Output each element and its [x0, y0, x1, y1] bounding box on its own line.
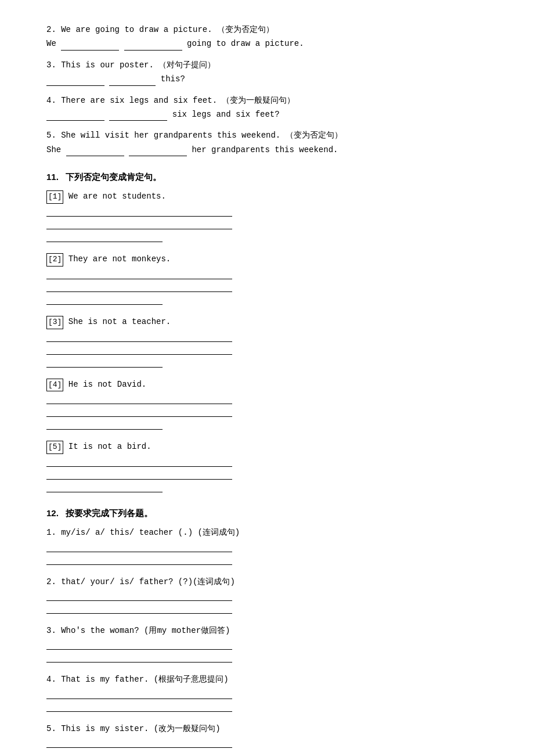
s12-item-3: 3. Who's the woman? (用my mother做回答): [46, 624, 488, 663]
s11-q5-line3[interactable]: [46, 482, 163, 492]
q4-text: 4. There are six legs and six feet. （变为一…: [46, 94, 488, 107]
s12-item-2: 2. that/ your/ is/ father? (?)(连词成句): [46, 575, 488, 614]
s12-q1-line2[interactable]: [46, 555, 232, 565]
question-5: 5. She will visit her grandparents this …: [46, 129, 488, 156]
s12-q4-line2[interactable]: [46, 701, 232, 712]
q4-blank1[interactable]: [46, 111, 104, 121]
s11-q3-text: [3] She is not a teacher.: [46, 315, 488, 329]
s12-q3-text: 3. Who's the woman? (用my mother做回答): [46, 624, 488, 637]
section11-item-1: [1] We are not students.: [46, 190, 488, 242]
s12-q3-line2[interactable]: [46, 652, 232, 663]
s12-q1-text: 1. my/is/ a/ this/ teacher (.) (连词成句): [46, 526, 488, 539]
s11-q4-lines: [46, 394, 488, 430]
s11-q5-lines: [46, 456, 488, 492]
s12-q2-text: 2. that/ your/ is/ father? (?)(连词成句): [46, 575, 488, 588]
s12-q2-line1[interactable]: [46, 591, 232, 601]
q4-answer: six legs and six feet?: [46, 108, 488, 121]
s11-q2-lines: [46, 269, 488, 305]
q3-answer: this?: [46, 73, 488, 85]
section-11-header: 11. 下列否定句变成肯定句。: [46, 170, 488, 184]
s11-q4-line3[interactable]: [46, 419, 163, 430]
s11-q3-line1[interactable]: [46, 332, 232, 342]
s12-q1-line1[interactable]: [46, 542, 232, 552]
q3-text: 3. This is our poster. （对句子提问）: [46, 59, 488, 71]
question-3: 3. This is our poster. （对句子提问） this?: [46, 59, 488, 86]
s12-q5-line2[interactable]: [46, 750, 232, 756]
q5-text: 5. She will visit her grandparents this …: [46, 129, 488, 142]
s11-q5-line1[interactable]: [46, 456, 232, 467]
s11-q1-line1[interactable]: [46, 206, 232, 217]
q2-answer: We going to draw a picture.: [46, 37, 488, 50]
s12-q5-line1[interactable]: [46, 737, 232, 748]
s11-q5-text: [5] It is not a bird.: [46, 440, 488, 454]
s11-q4-text: [4] He is not David.: [46, 378, 488, 392]
s11-q2-line1[interactable]: [46, 269, 232, 279]
s11-q2-line3[interactable]: [46, 294, 163, 305]
s11-q4-line1[interactable]: [46, 394, 232, 404]
q5-blank2[interactable]: [129, 147, 187, 156]
s11-q3-line3[interactable]: [46, 357, 163, 368]
q4-blank2[interactable]: [109, 111, 167, 121]
section-12: 12. 按要求完成下列各题。 1. my/is/ a/ this/ teache…: [46, 506, 488, 756]
q2-blank2[interactable]: [124, 41, 182, 51]
q3-blank1[interactable]: [46, 77, 104, 86]
s12-q4-line1[interactable]: [46, 689, 232, 699]
s11-q3-lines: [46, 332, 488, 368]
section-11: 11. 下列否定句变成肯定句。 [1] We are not students.…: [46, 170, 488, 492]
section11-item-2: [2] They are not monkeys.: [46, 253, 488, 305]
s12-q3-line1[interactable]: [46, 639, 232, 650]
s11-q1-line3[interactable]: [46, 232, 163, 242]
s12-q5-text: 5. This is my sister. (改为一般疑问句): [46, 722, 488, 735]
s12-item-1: 1. my/is/ a/ this/ teacher (.) (连词成句): [46, 526, 488, 564]
s12-q4-text: 4. That is my father. (根据句子意思提问): [46, 673, 488, 686]
s11-q1-text: [1] We are not students.: [46, 190, 488, 204]
s11-q5-line2[interactable]: [46, 469, 232, 480]
s11-q2-text: [2] They are not monkeys.: [46, 253, 488, 267]
section11-item-4: [4] He is not David.: [46, 378, 488, 430]
q2-blank1[interactable]: [61, 41, 119, 51]
s12-item-5: 5. This is my sister. (改为一般疑问句): [46, 722, 488, 756]
q3-blank2[interactable]: [109, 77, 156, 86]
question-4: 4. There are six legs and six feet. （变为一…: [46, 94, 488, 121]
intro-questions: 2. We are going to draw a picture. （变为否定…: [46, 23, 488, 156]
q5-blank1[interactable]: [66, 147, 124, 156]
q2-text: 2. We are going to draw a picture. （变为否定…: [46, 23, 488, 36]
section11-item-5: [5] It is not a bird.: [46, 440, 488, 492]
s12-item-4: 4. That is my father. (根据句子意思提问): [46, 673, 488, 711]
s11-q3-line2[interactable]: [46, 344, 232, 355]
s11-q1-lines: [46, 206, 488, 242]
q5-answer: She her grandparents this weekend.: [46, 143, 488, 156]
section-12-header: 12. 按要求完成下列各题。: [46, 506, 488, 520]
s11-q2-line2[interactable]: [46, 282, 232, 292]
section11-item-3: [3] She is not a teacher.: [46, 315, 488, 368]
s11-q4-line2[interactable]: [46, 406, 232, 417]
s11-q1-line2[interactable]: [46, 219, 232, 229]
s12-q2-line2[interactable]: [46, 603, 232, 614]
question-2: 2. We are going to draw a picture. （变为否定…: [46, 23, 488, 51]
